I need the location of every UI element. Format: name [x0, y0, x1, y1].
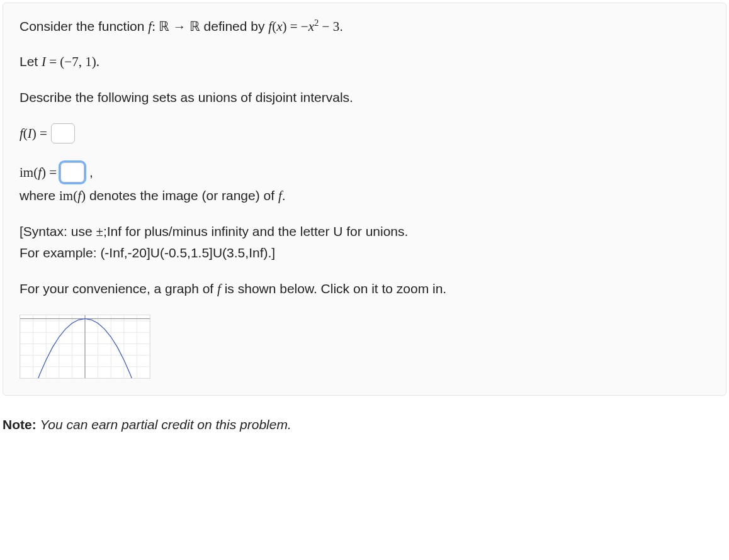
where-suffix: denotes the image (or range) of: [89, 188, 278, 203]
graph-svg: [20, 315, 150, 378]
let-prefix: Let: [20, 54, 42, 69]
note-label: Note:: [3, 417, 37, 432]
convenience-suffix: is shown below. Click on it to zoom in.: [225, 281, 447, 296]
convenience-prefix: For your convenience, a graph of: [20, 281, 217, 296]
syntax-line-1: [Syntax: use ±;Inf for plus/minus infini…: [20, 222, 709, 241]
where-paragraph: where im(f) denotes the image (or range)…: [20, 186, 709, 205]
interval-definition: I = (−7, 1).: [42, 54, 99, 69]
graph-thumbnail[interactable]: [20, 315, 150, 379]
syntax-line-2: For example: (-Inf,-20]U(-0.5,1.5]U(3.5,…: [20, 244, 709, 262]
note-text: You can earn partial credit on this prob…: [40, 417, 291, 432]
convenience-paragraph: For your convenience, a graph of f is sh…: [20, 279, 709, 298]
imf-row: im(f) = ,: [20, 162, 709, 182]
function-definition: f(x) = −x2 − 3: [268, 19, 339, 34]
intro-mid: defined by: [204, 19, 269, 33]
fI-label: f(I) =: [20, 124, 47, 143]
fI-row: f(I) =: [20, 123, 709, 143]
imf-inline: im(f): [59, 188, 86, 203]
problem-card: Consider the function f: ℝ → ℝ defined b…: [3, 3, 726, 396]
function-declaration: f: ℝ → ℝ: [148, 19, 200, 34]
f-symbol-2: f: [217, 281, 221, 296]
intro-paragraph: Consider the function f: ℝ → ℝ defined b…: [20, 17, 709, 36]
imf-label: im(f) =: [20, 163, 57, 182]
let-paragraph: Let I = (−7, 1).: [20, 52, 709, 71]
intro-prefix: Consider the function: [20, 19, 148, 33]
fI-input[interactable]: [51, 123, 75, 143]
imf-input[interactable]: [60, 162, 84, 182]
where-prefix: where: [20, 188, 59, 203]
where-end: .: [282, 188, 286, 203]
describe-paragraph: Describe the following sets as unions of…: [20, 88, 709, 107]
intro-suffix: .: [339, 19, 343, 33]
note-paragraph: Note: You can earn partial credit on thi…: [3, 412, 726, 432]
imf-comma: ,: [89, 163, 93, 182]
